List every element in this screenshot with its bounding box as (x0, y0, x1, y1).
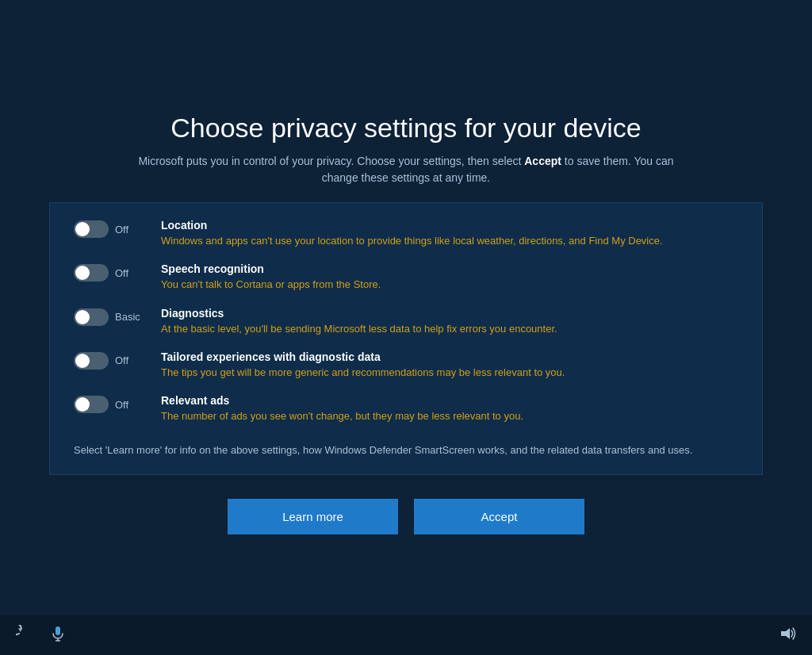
tailored-title: Tailored experiences with diagnostic dat… (161, 350, 738, 363)
location-toggle-label: Off (115, 224, 128, 236)
speech-toggle[interactable] (74, 264, 109, 282)
tailored-toggle-area: Off (74, 350, 161, 370)
location-toggle-area: Off (74, 219, 161, 238)
ads-title: Relevant ads (161, 394, 738, 407)
setting-row-speech: Off Speech recognition You can't talk to… (74, 262, 738, 292)
ads-toggle-area: Off (74, 394, 161, 413)
ads-toggle[interactable] (74, 396, 109, 413)
speech-title: Speech recognition (161, 262, 738, 275)
location-content: Location Windows and apps can't use your… (161, 219, 738, 248)
speech-toggle-knob (75, 266, 90, 280)
diagnostics-title: Diagnostics (161, 307, 738, 320)
volume-icon[interactable] (779, 628, 796, 645)
diagnostics-toggle-knob (75, 310, 90, 324)
speech-toggle-label: Off (115, 267, 128, 279)
rotate-icon[interactable] (16, 625, 33, 646)
ads-toggle-label: Off (115, 399, 128, 411)
main-container: Choose privacy settings for your device … (0, 0, 812, 655)
speech-content: Speech recognition You can't talk to Cor… (161, 262, 738, 292)
diagnostics-toggle-area: Basic (74, 307, 161, 326)
info-text: Select 'Learn more' for info on the abov… (74, 438, 738, 458)
page-title: Choose privacy settings for your device (170, 113, 641, 144)
location-toggle[interactable] (74, 220, 109, 238)
microphone-icon[interactable] (49, 625, 67, 646)
diagnostics-toggle[interactable] (74, 308, 109, 326)
tailored-toggle-knob (75, 354, 90, 368)
setting-row-tailored: Off Tailored experiences with diagnostic… (74, 350, 738, 380)
tailored-toggle[interactable] (74, 352, 109, 370)
location-desc: Windows and apps can't use your location… (161, 234, 738, 248)
tailored-content: Tailored experiences with diagnostic dat… (161, 350, 738, 380)
diagnostics-desc: At the basic level, you'll be sending Mi… (161, 322, 738, 336)
speech-desc: You can't talk to Cortana or apps from t… (161, 278, 738, 292)
tailored-toggle-label: Off (115, 354, 128, 366)
subtitle-bold: Accept (524, 155, 561, 167)
settings-panel: Off Location Windows and apps can't use … (49, 202, 763, 474)
diagnostics-toggle-label: Basic (115, 311, 140, 323)
taskbar-right-icons (779, 625, 796, 646)
svg-marker-3 (781, 628, 790, 639)
learn-more-button[interactable]: Learn more (228, 499, 398, 534)
setting-row-ads: Off Relevant ads The number of ads you s… (74, 394, 738, 423)
tailored-desc: The tips you get will be more generic an… (161, 366, 738, 380)
setting-row-diagnostics: Basic Diagnostics At the basic level, yo… (74, 307, 738, 336)
svg-rect-0 (56, 626, 60, 635)
diagnostics-content: Diagnostics At the basic level, you'll b… (161, 307, 738, 336)
ads-desc: The number of ads you see won't change, … (161, 409, 738, 423)
ads-toggle-knob (75, 397, 90, 412)
location-title: Location (161, 219, 738, 232)
speech-toggle-area: Off (74, 262, 161, 282)
taskbar (0, 615, 812, 655)
subtitle-text-1: Microsoft puts you in control of your pr… (138, 155, 524, 167)
buttons-row: Learn more Accept (228, 499, 584, 534)
location-toggle-knob (75, 222, 90, 236)
page-subtitle: Microsoft puts you in control of your pr… (136, 153, 676, 186)
ads-content: Relevant ads The number of ads you see w… (161, 394, 738, 423)
taskbar-left-icons (16, 625, 67, 646)
setting-row-location: Off Location Windows and apps can't use … (74, 219, 738, 248)
accept-button[interactable]: Accept (414, 499, 584, 534)
